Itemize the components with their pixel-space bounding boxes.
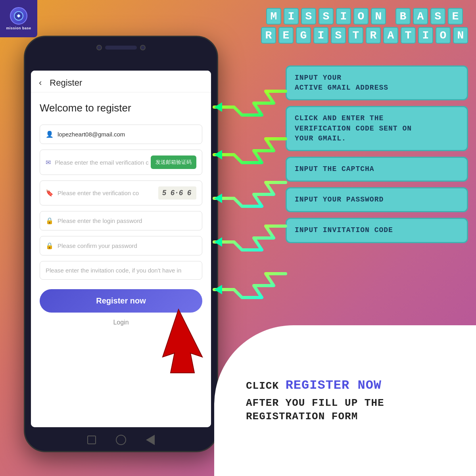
phone-mockup: ‹ Register Welcome to register 👤 lopezhe…: [24, 36, 218, 456]
phone-body: ‹ Register Welcome to register 👤 lopezhe…: [24, 36, 218, 452]
email-icon: ✉: [46, 159, 51, 166]
callout-captcha: INPUT THE CAPTCHA: [286, 157, 468, 182]
svg-marker-6: [214, 285, 222, 294]
arrow-invitation: [210, 270, 290, 301]
arrow-verification: [210, 135, 290, 167]
arrow-password: [210, 222, 290, 254]
svg-marker-3: [214, 150, 222, 159]
invitation-field[interactable]: Please enter the invitation code, if you…: [40, 261, 202, 280]
confirm-password-placeholder: Please confirm your password: [58, 242, 196, 249]
lock-icon-2: 🔒: [46, 242, 54, 250]
svg-marker-4: [214, 194, 222, 203]
svg-marker-7: [163, 309, 202, 373]
captcha-image: 5 6·6 6: [158, 186, 196, 200]
captcha-icon: 🔖: [46, 189, 54, 197]
callout-password: INPUT YOUR PASSWORD: [286, 187, 468, 212]
callout-captcha-text: INPUT THE CAPTCHA: [295, 164, 459, 174]
back-button[interactable]: ‹: [39, 78, 42, 88]
lock-icon: 🔒: [46, 217, 54, 225]
send-verification-button[interactable]: 发送邮箱验证码: [151, 155, 196, 169]
arrow-gmail: [210, 87, 290, 119]
invitation-placeholder: Please enter the invitation code, if you…: [46, 267, 196, 274]
callout-gmail-text: INPUT YOURACTIVE GMAIL ADDRESS: [295, 73, 459, 93]
page-title: M I S S I O N B A S E R E G I S T R A T …: [261, 8, 468, 46]
verification-placeholder: Please enter the email verification c: [55, 159, 151, 166]
bottom-section: CLICK REGISTER NOW AFTER YOU FILL UP THE…: [214, 325, 476, 476]
phone-front-camera-left: [96, 45, 102, 50]
confirm-password-field[interactable]: 🔒 Please confirm your password: [40, 236, 202, 255]
callout-verification: CLICK AND ENTER THEVERIFICATION CODE SEN…: [286, 106, 468, 151]
email-field[interactable]: 👤 lopezheart08@gmail.com: [40, 125, 202, 144]
callout-area: INPUT YOURACTIVE GMAIL ADDRESS CLICK AND…: [286, 65, 468, 243]
captcha-placeholder: Please enter the verification co: [58, 190, 158, 196]
title-line2: R E G I S T R A T I O N: [261, 27, 468, 44]
captcha-field[interactable]: 🔖 Please enter the verification co 5 6·6…: [40, 180, 202, 205]
svg-marker-2: [214, 102, 222, 112]
svg-point-1: [17, 15, 20, 17]
user-icon: 👤: [46, 131, 54, 138]
callout-password-text: INPUT YOUR PASSWORD: [295, 195, 459, 205]
callout-invitation-text: INPUT INVITATION CODE: [295, 225, 459, 235]
bottom-text-row2: AFTER YOU FILL UP THEREGISTRATION FORM: [246, 397, 384, 424]
app-header: ‹ Register: [31, 71, 211, 92]
logo: mission base: [0, 0, 37, 37]
title-line1: M I S S I O N B A S E: [261, 8, 468, 25]
app-body: Welcome to register 👤 lopezheart08@gmail…: [31, 92, 211, 336]
red-arrow: [139, 305, 218, 377]
welcome-heading: Welcome to register: [40, 102, 202, 114]
callout-invitation: INPUT INVITATION CODE: [286, 218, 468, 243]
phone-nav-buttons: [87, 435, 155, 445]
verification-field[interactable]: ✉ Please enter the email verification c …: [40, 150, 202, 175]
nav-circle-button: [116, 435, 126, 445]
arrow-captcha: [210, 178, 290, 210]
callout-gmail: INPUT YOURACTIVE GMAIL ADDRESS: [286, 65, 468, 100]
logo-icon: [10, 7, 27, 25]
click-label: CLICK: [246, 380, 286, 392]
password-placeholder: Please enter the login password: [58, 217, 196, 224]
register-now-label: REGISTER NOW: [286, 378, 382, 393]
phone-camera-area: [96, 45, 146, 50]
screen-title: Register: [50, 78, 82, 88]
svg-marker-5: [214, 237, 222, 247]
logo-text: mission base: [6, 26, 31, 30]
password-field[interactable]: 🔒 Please enter the login password: [40, 211, 202, 230]
email-value: lopezheart08@gmail.com: [58, 131, 196, 138]
phone-front-camera-right: [140, 45, 146, 50]
nav-back-button: [146, 435, 155, 445]
bottom-text-row1: CLICK REGISTER NOW: [246, 378, 382, 393]
nav-square-button: [87, 436, 96, 444]
phone-speaker: [105, 46, 137, 50]
callout-verification-text: CLICK AND ENTER THEVERIFICATION CODE SEN…: [295, 113, 459, 144]
